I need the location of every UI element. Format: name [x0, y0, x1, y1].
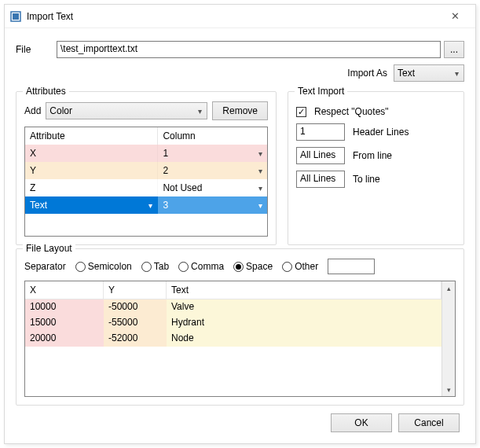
data-row[interactable]: 15000-55000Hydrant	[25, 315, 442, 331]
add-attribute-value: Color	[49, 105, 72, 116]
content: File \test_importtext.txt ... Import As …	[5, 28, 475, 443]
respect-quotes-label: Respect "Quotes"	[314, 106, 389, 117]
col-y-header[interactable]: Y	[104, 281, 167, 299]
svg-rect-1	[13, 13, 19, 20]
header-lines-input[interactable]: 1	[296, 123, 345, 141]
attr-column-cell[interactable]: 1▾	[158, 145, 267, 162]
chevron-down-icon: ▾	[258, 201, 262, 210]
sep-other-input[interactable]	[328, 259, 375, 274]
from-line-input[interactable]: All Lines	[296, 147, 345, 164]
separator-label: Separator	[24, 261, 66, 272]
import-as-select[interactable]: Text ▾	[394, 64, 464, 82]
data-preview-table: X Y Text 10000-50000Valve15000-55000Hydr…	[25, 281, 442, 396]
ok-button[interactable]: OK	[331, 413, 392, 432]
add-attribute-select[interactable]: Color ▾	[46, 102, 207, 119]
scroll-up-icon[interactable]: ▴	[442, 281, 455, 295]
file-layout-group: File Layout Separator Semicolon Tab Comm…	[16, 248, 464, 406]
data-row[interactable]: 20000-52000Node	[25, 331, 442, 347]
cell-text: Valve	[167, 299, 442, 315]
attribute-row[interactable]: Text▾3▾	[25, 196, 267, 214]
titlebar: Import Text ✕	[5, 5, 475, 28]
file-label: File	[16, 44, 57, 55]
attr-header-column[interactable]: Column	[158, 127, 267, 145]
attribute-row[interactable]: X1▾	[25, 145, 267, 162]
chevron-down-icon: ▾	[258, 184, 262, 193]
attr-header-attribute[interactable]: Attribute	[25, 127, 158, 145]
file-input[interactable]: \test_importtext.txt	[57, 41, 441, 58]
sep-semicolon[interactable]: Semicolon	[75, 261, 132, 272]
respect-quotes-checkbox[interactable]: ✓	[296, 107, 306, 117]
to-line-input[interactable]: All Lines	[296, 171, 345, 188]
vertical-scrollbar[interactable]: ▴ ▾	[442, 281, 455, 396]
header-lines-label: Header Lines	[353, 127, 409, 138]
attr-column-cell[interactable]: Not Used▾	[158, 179, 267, 196]
attr-name-cell: Text▾	[25, 196, 158, 214]
attr-name-cell: X	[25, 145, 158, 162]
to-line-label: To line	[353, 174, 380, 185]
sep-other[interactable]: Other	[282, 261, 318, 272]
cell-x: 15000	[25, 315, 104, 331]
cell-y: -52000	[104, 331, 167, 347]
attr-column-cell[interactable]: 2▾	[158, 162, 267, 179]
file-layout-legend: File Layout	[23, 243, 75, 254]
cancel-button[interactable]: Cancel	[398, 413, 460, 432]
col-x-header[interactable]: X	[25, 281, 104, 299]
add-label: Add	[24, 105, 41, 116]
attribute-row[interactable]: Y2▾	[25, 162, 267, 179]
browse-button[interactable]: ...	[444, 41, 464, 58]
chevron-down-icon: ▾	[148, 201, 152, 210]
attr-name-cell: Y	[25, 162, 158, 179]
cell-x: 10000	[25, 299, 104, 315]
close-button[interactable]: ✕	[439, 10, 471, 22]
chevron-down-icon: ▾	[258, 149, 262, 158]
attributes-table: Attribute Column X1▾Y2▾ZNot Used▾Text▾3▾	[24, 127, 268, 237]
attribute-row[interactable]: ZNot Used▾	[25, 179, 267, 196]
chevron-down-icon: ▾	[455, 69, 459, 78]
sep-comma[interactable]: Comma	[178, 261, 224, 272]
remove-button[interactable]: Remove	[212, 101, 268, 120]
chevron-down-icon: ▾	[258, 167, 262, 175]
sep-tab[interactable]: Tab	[141, 261, 169, 272]
chevron-down-icon: ▾	[198, 107, 202, 116]
cell-text: Hydrant	[167, 315, 442, 331]
import-as-value: Text	[398, 68, 415, 79]
text-import-legend: Text Import	[295, 86, 347, 97]
data-row[interactable]: 10000-50000Valve	[25, 299, 442, 315]
text-import-group: Text Import ✓ Respect "Quotes" 1 Header …	[288, 91, 464, 245]
attr-name-cell: Z	[25, 179, 158, 196]
import-text-dialog: Import Text ✕ File \test_importtext.txt …	[4, 4, 476, 444]
from-line-label: From line	[353, 150, 392, 161]
attributes-legend: Attributes	[23, 86, 69, 97]
attributes-group: Attributes Add Color ▾ Remove Attribute …	[16, 91, 277, 245]
app-icon	[9, 10, 22, 23]
attr-column-cell[interactable]: 3▾	[158, 196, 267, 214]
cell-x: 20000	[25, 331, 104, 347]
sep-space[interactable]: Space	[233, 261, 273, 272]
cell-y: -50000	[104, 299, 167, 315]
cell-y: -55000	[104, 315, 167, 331]
import-as-label: Import As	[347, 68, 387, 79]
window-title: Import Text	[27, 11, 439, 22]
cell-text: Node	[167, 331, 442, 347]
scroll-down-icon[interactable]: ▾	[442, 383, 455, 396]
col-text-header[interactable]: Text	[167, 281, 442, 299]
